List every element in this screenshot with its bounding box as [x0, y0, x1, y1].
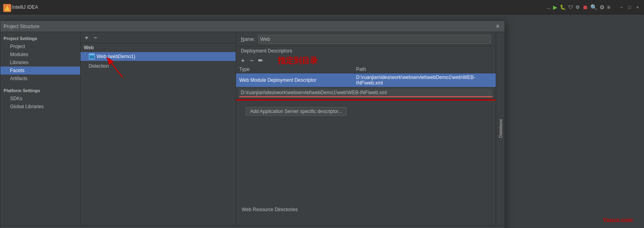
sidebar-item-global-libraries[interactable]: Global Libraries	[0, 103, 80, 111]
remove-facet-button[interactable]: −	[92, 34, 99, 41]
sidebar-item-project[interactable]: Project	[0, 42, 80, 50]
path-column-header: Path	[353, 66, 496, 73]
deployment-toolbar: + − ✏ 指定到目录	[236, 55, 496, 66]
app-icon	[3, 4, 10, 10]
edit-descriptor-button[interactable]: ✏	[257, 57, 264, 64]
run-icon[interactable]: ▶	[553, 4, 557, 10]
table-row[interactable]: Web Module Deployment Descriptor D:\ruan…	[236, 73, 496, 87]
right-panel: Database	[496, 32, 505, 225]
name-label: Name:	[241, 36, 255, 42]
dialog-title-bar: Project Structure ×	[0, 21, 505, 32]
descriptor-path: D:\ruanjian\idea\work\webservlet\webDemo…	[353, 73, 496, 87]
svg-line-6	[108, 59, 123, 77]
svg-rect-4	[89, 54, 94, 55]
window-controls: − □ ×	[618, 4, 641, 10]
maximize-btn[interactable]: □	[626, 4, 633, 10]
minimize-btn[interactable]: −	[618, 4, 625, 10]
sidebar-item-modules[interactable]: Modules	[0, 50, 80, 59]
settings-icon[interactable]: ⚙	[600, 4, 605, 10]
name-row: Name:	[236, 32, 496, 46]
platform-settings-label: Platform Settings	[0, 86, 80, 95]
run-config-icon[interactable]: ⚙	[575, 4, 580, 10]
debug-icon[interactable]: 🐛	[560, 4, 566, 10]
add-facet-button[interactable]: +	[83, 34, 90, 41]
dialog-title: Project Structure	[4, 24, 494, 29]
bottom-bar: Problems	[0, 225, 505, 228]
more-icon[interactable]: ≡	[607, 4, 610, 10]
database-panel-label[interactable]: Database	[498, 119, 503, 138]
chinese-annotation: 指定到目录	[278, 55, 318, 66]
detection-label: Detection	[89, 63, 109, 69]
stop-icon[interactable]: ⏹	[582, 4, 588, 10]
path-edit-input[interactable]	[239, 89, 493, 97]
tree-group-web: Web	[81, 43, 236, 52]
add-descriptor-button[interactable]: +	[239, 57, 246, 64]
content-panel: Name: Deployment Descriptors + − ✏ 指定到目录	[236, 32, 496, 225]
toolbar-ellipsis[interactable]: ...	[547, 4, 551, 10]
app-title: IntelliJ IDEA	[12, 4, 547, 10]
sidebar-item-sdks[interactable]: SDKs	[0, 95, 80, 103]
remove-descriptor-button[interactable]: −	[248, 57, 255, 64]
sidebar-item-facets[interactable]: Facets	[0, 67, 80, 75]
sidebar-item-artifacts[interactable]: Artifacts	[0, 75, 80, 83]
type-column-header: Type	[236, 66, 353, 73]
web-resource-directories-label: Web Resource Directories	[237, 205, 303, 214]
descriptor-type: Web Module Deployment Descriptor	[236, 73, 353, 87]
dialog-close-button[interactable]: ×	[494, 23, 501, 30]
descriptor-table: Type Path Web Module Deployment Descript…	[236, 66, 496, 87]
sidebar-item-libraries[interactable]: Libraries	[0, 59, 80, 67]
module-toolbar: + −	[81, 32, 236, 43]
add-server-descriptor-button[interactable]: Add Application Server specific descript…	[246, 107, 347, 116]
web-facet-icon	[89, 53, 95, 60]
project-settings-label: Project Settings	[0, 34, 80, 42]
tree-item-web-webdemo1[interactable]: Web (webDemo1)	[81, 52, 236, 61]
module-tree: Web Web (webDemo1) Detect	[81, 43, 236, 225]
module-panel: + − Web Web (webDemo1)	[81, 32, 236, 225]
close-btn-main[interactable]: ×	[634, 4, 641, 10]
svg-rect-3	[89, 55, 94, 59]
path-edit-row	[236, 87, 496, 99]
watermark: Yuucn.com	[603, 217, 633, 223]
deployment-descriptors-label: Deployment Descriptors	[236, 46, 496, 55]
search-everywhere-icon[interactable]: 🔍	[590, 4, 597, 10]
add-server-row: Add Application Server specific descript…	[236, 101, 496, 122]
deployment-descriptors-section: Deployment Descriptors + − ✏ 指定到目录	[236, 46, 496, 99]
name-input[interactable]	[258, 35, 491, 44]
sidebar: Project Settings Project Modules Librari…	[0, 32, 81, 225]
coverage-icon[interactable]: 🛡	[568, 4, 573, 10]
